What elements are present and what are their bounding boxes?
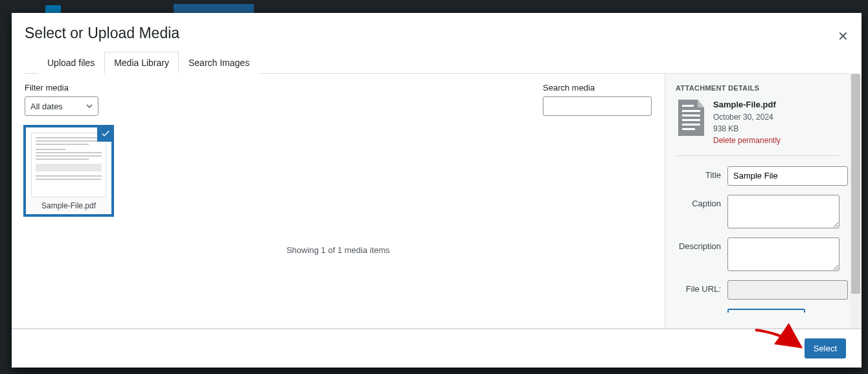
tab-upload-files[interactable]: Upload files [38, 52, 104, 74]
editor-background [0, 0, 868, 14]
svg-rect-2 [682, 115, 700, 116]
annotation-arrow [754, 327, 806, 356]
date-filter-select[interactable]: All dates [25, 96, 98, 116]
delete-permanently-link[interactable]: Delete permanently [713, 135, 781, 146]
attachment-date: October 30, 2024 [713, 111, 781, 123]
input-fileurl[interactable] [727, 280, 848, 300]
label-title: Title [676, 166, 721, 180]
svg-rect-4 [682, 124, 700, 126]
search-media-label: Search media [543, 83, 652, 93]
media-item-filename: Sample-File.pdf [26, 197, 111, 214]
svg-rect-1 [682, 110, 700, 112]
library-area: Filter media All dates Search media [12, 74, 665, 328]
media-item[interactable]: Sample-File.pdf [23, 125, 114, 217]
label-fileurl: File URL: [676, 280, 721, 294]
svg-rect-5 [682, 128, 695, 130]
attachment-details-heading: ATTACHMENT DETAILS [676, 84, 839, 92]
search-input[interactable] [543, 96, 652, 116]
input-description[interactable] [727, 237, 839, 271]
check-icon [100, 128, 111, 138]
attachment-size: 938 KB [713, 123, 781, 135]
attachment-filename: Sample-File.pdf [713, 98, 781, 111]
svg-rect-0 [682, 105, 694, 107]
scrollbar-track[interactable] [850, 74, 862, 328]
close-icon: ✕ [838, 29, 849, 43]
attachment-summary: Sample-File.pdf October 30, 2024 938 KB … [676, 98, 839, 156]
media-modal: Select or Upload Media ✕ Upload files Me… [12, 13, 862, 368]
modal-header: Select or Upload Media ✕ Upload files Me… [12, 13, 862, 74]
document-preview-icon [31, 133, 106, 197]
tabs: Upload files Media Library Search Images [25, 51, 849, 74]
select-button[interactable]: Select [805, 338, 846, 358]
media-grid: Sample-File.pdf [12, 116, 665, 226]
attachment-form: Title Caption Description File URL: [676, 166, 839, 313]
partial-visible-button[interactable] [727, 309, 805, 313]
scrollbar-thumb[interactable] [851, 74, 860, 294]
row-caption: Caption [676, 195, 839, 228]
row-title: Title [676, 166, 839, 186]
label-description: Description [676, 237, 721, 251]
tab-search-images[interactable]: Search Images [179, 52, 259, 74]
label-caption: Caption [676, 195, 721, 208]
row-description: Description [676, 237, 839, 271]
close-button[interactable]: ✕ [838, 28, 849, 44]
date-filter-value: All dates [30, 102, 63, 111]
attachment-meta: Sample-File.pdf October 30, 2024 938 KB … [713, 98, 781, 146]
document-icon [676, 98, 707, 137]
tab-media-library[interactable]: Media Library [104, 52, 179, 74]
search-col: Search media [543, 83, 652, 116]
input-title[interactable] [727, 166, 848, 186]
modal-title: Select or Upload Media [25, 25, 849, 42]
filter-media-label: Filter media [25, 83, 98, 93]
modal-footer: Select [12, 329, 862, 368]
filters-row: Filter media All dates Search media [12, 74, 665, 116]
modal-body: Filter media All dates Search media [12, 74, 862, 329]
results-count: Showing 1 of 1 media items [12, 245, 665, 255]
svg-rect-3 [682, 119, 700, 121]
selected-check[interactable] [97, 125, 114, 142]
chevron-down-icon [86, 103, 93, 109]
row-fileurl: File URL: [676, 280, 839, 300]
input-caption[interactable] [727, 195, 839, 228]
attachment-details-sidebar: ATTACHMENT DETAILS Sample-File.pdf Octob… [665, 74, 850, 328]
filter-media-col: Filter media All dates [25, 83, 98, 116]
